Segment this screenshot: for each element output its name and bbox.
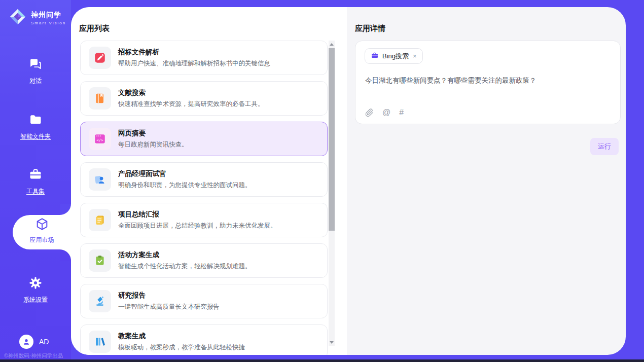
- folder-icon: [28, 113, 43, 129]
- books-icon: [89, 331, 111, 353]
- book-icon: [89, 87, 111, 110]
- prompt-editor[interactable]: Bing搜索 × 今日湖北有哪些新闻要点？有哪些需要关注的最新政策？ @ #: [355, 41, 621, 124]
- sidebar-item-toolset[interactable]: 工具集: [0, 167, 71, 196]
- main-content: 应用列表 招标文件解析 帮助用户快速、准确地理解和解析招标书中的关键信息: [71, 7, 626, 355]
- run-button[interactable]: 运行: [590, 138, 619, 155]
- sidebar: 神州问学 Smart Vision 对话 智能文件夹 工具集: [0, 0, 71, 362]
- app-card-desc: 帮助用户快速、准确地理解和解析招标书中的关键信息: [118, 59, 270, 68]
- app-card-desc: 全面回顾项目进展，总结经验教训，助力未来优化发展。: [118, 222, 277, 230]
- edit-doc-icon: [89, 47, 111, 69]
- app-card-bid-analysis[interactable]: 招标文件解析 帮助用户快速、准确地理解和解析招标书中的关键信息: [80, 41, 328, 75]
- app-card-desc: 智能生成个性化活动方案，轻松解决规划难题。: [118, 262, 252, 271]
- brand-name: 神州问学: [31, 11, 66, 20]
- app-card-desc: 模板驱动，教案秒成，教学准备从此轻松快捷: [118, 343, 245, 352]
- hash-icon[interactable]: #: [399, 108, 404, 117]
- at-icon[interactable]: @: [382, 108, 390, 117]
- app-card-name: 网页摘要: [118, 129, 188, 138]
- avatar: [19, 335, 33, 349]
- briefcase-icon: [371, 51, 379, 61]
- notes-icon: [89, 209, 111, 231]
- chat-icon: [28, 57, 43, 73]
- active-tab-flare-top: [60, 204, 71, 215]
- app-detail-title: 应用详情: [355, 24, 385, 33]
- scrollbar-up-arrow[interactable]: [329, 41, 335, 48]
- sidebar-item-label: 工具集: [26, 187, 45, 196]
- clipboard-check-icon: [89, 249, 111, 272]
- tool-tag-bing-search[interactable]: Bing搜索 ×: [365, 48, 423, 64]
- browser-code-icon: </>: [89, 128, 111, 150]
- active-tab-flare-bottom: [60, 249, 71, 261]
- research-report-icon: [89, 290, 111, 312]
- app-card-name: 产品经理面试官: [118, 169, 252, 178]
- app-list-title: 应用列表: [79, 24, 110, 33]
- app-card-event-plan[interactable]: 活动方案生成 智能生成个性化活动方案，轻松解决规划难题。: [80, 243, 328, 278]
- app-card-web-summary[interactable]: </> 网页摘要 每日政府新闻资讯快查。: [80, 122, 328, 156]
- sidebar-item-label: 应用市场: [30, 236, 54, 244]
- app-card-research-report[interactable]: 研究报告 一键智能生成高质量长文本研究报告: [80, 284, 328, 318]
- sidebar-item-label: 系统设置: [23, 296, 48, 304]
- sidebar-item-app-market[interactable]: 应用市场: [13, 217, 71, 247]
- svg-text:</>: </>: [96, 138, 103, 142]
- prompt-text[interactable]: 今日湖北有哪些新闻要点？有哪些需要关注的最新政策？: [365, 76, 611, 85]
- copyright-footer: ©神州数码·神州问学出品: [4, 352, 63, 359]
- gear-icon: [28, 276, 43, 292]
- app-card-lesson-plan[interactable]: 教案生成 模板驱动，教案秒成，教学准备从此轻松快捷: [80, 324, 328, 355]
- app-card-literature-search[interactable]: 文献搜索 快速精准查找学术资源，提高研究效率的必备工具。: [80, 81, 328, 116]
- sidebar-item-chat[interactable]: 对话: [0, 57, 71, 85]
- app-card-name: 文献搜索: [118, 88, 264, 97]
- app-card-project-summary[interactable]: 项目总结汇报 全面回顾项目进展，总结经验教训，助力未来优化发展。: [80, 203, 328, 237]
- app-card-desc: 每日政府新闻资讯快查。: [118, 140, 188, 149]
- cube-icon: [35, 217, 49, 233]
- brand-subtitle: Smart Vision: [31, 21, 66, 25]
- sidebar-item-label: 智能文件夹: [20, 132, 51, 141]
- app-list-panel: 应用列表 招标文件解析 帮助用户快速、准确地理解和解析招标书中的关键信息: [71, 7, 347, 355]
- scrollbar-thumb[interactable]: [329, 48, 335, 231]
- sidebar-item-smart-folder[interactable]: 智能文件夹: [0, 113, 71, 141]
- app-card-desc: 快速精准查找学术资源，提高研究效率的必备工具。: [118, 100, 264, 108]
- app-detail-panel: 应用详情 Bing搜索 × 今日湖北有哪些新闻要点？有哪些需要关注的最新政策？: [347, 7, 626, 355]
- editor-toolbar: @ #: [365, 108, 404, 117]
- scrollbar-down-arrow[interactable]: [329, 339, 335, 346]
- app-card-name: 活动方案生成: [118, 250, 252, 260]
- gem-logo-icon: [8, 7, 27, 28]
- sidebar-item-label: 对话: [29, 77, 42, 85]
- user-account[interactable]: AD: [19, 335, 49, 349]
- app-card-name: 招标文件解析: [118, 48, 270, 57]
- close-icon[interactable]: ×: [412, 53, 417, 59]
- app-card-pm-interviewer[interactable]: 产品经理面试官 明确身份和职责，为您提供专业性的面试问题。: [80, 162, 328, 197]
- toolbox-icon: [28, 167, 43, 184]
- paperclip-icon[interactable]: [365, 108, 374, 117]
- interviewer-icon: [89, 168, 111, 191]
- app-card-desc: 一键智能生成高质量长文本研究报告: [118, 303, 220, 311]
- brand-logo: 神州问学 Smart Vision: [8, 7, 66, 28]
- app-list: 招标文件解析 帮助用户快速、准确地理解和解析招标书中的关键信息 文献搜索 快速精…: [80, 41, 328, 355]
- user-initials: AD: [39, 338, 49, 346]
- app-card-name: 教案生成: [118, 332, 245, 341]
- window-bottom-edge: [0, 359, 644, 362]
- app-card-name: 研究报告: [118, 291, 220, 300]
- app-card-name: 项目总结汇报: [118, 210, 277, 219]
- app-card-desc: 明确身份和职责，为您提供专业性的面试问题。: [118, 181, 252, 190]
- tag-label: Bing搜索: [382, 52, 409, 61]
- sidebar-item-settings[interactable]: 系统设置: [0, 276, 71, 304]
- app-list-scrollbar[interactable]: [329, 41, 335, 346]
